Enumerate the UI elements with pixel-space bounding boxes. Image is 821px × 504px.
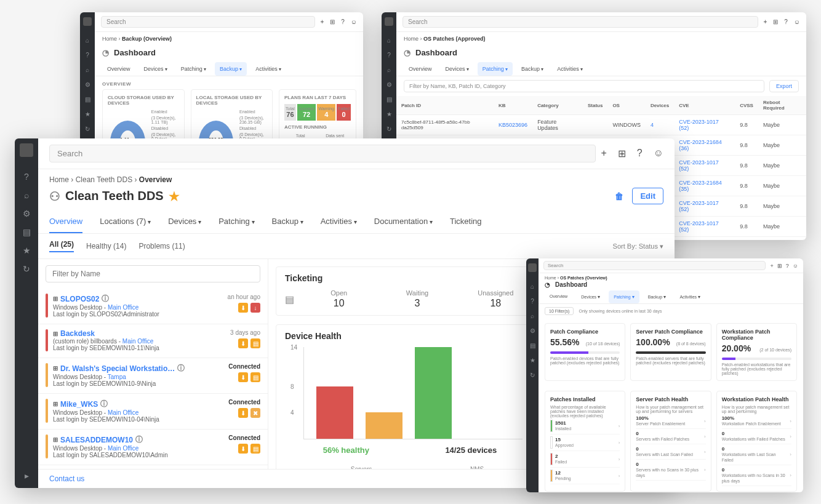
col-devices[interactable]: Devices xyxy=(646,96,674,115)
col-category[interactable]: Category xyxy=(532,96,583,115)
bc-home[interactable]: Home xyxy=(102,36,117,42)
add-icon[interactable]: + xyxy=(763,18,767,25)
tab-activities[interactable]: Activities xyxy=(552,62,588,76)
tab-backup[interactable]: Backup xyxy=(643,290,671,303)
col-reboot-required[interactable]: Reboot Required xyxy=(758,96,806,115)
help-icon[interactable]: ? xyxy=(786,263,789,269)
sidebar-star-icon[interactable]: ★ xyxy=(20,244,33,257)
tab-patching[interactable]: Patching xyxy=(478,62,513,76)
sidebar-expand-icon[interactable]: ▸ xyxy=(20,470,33,482)
search-input[interactable]: Search xyxy=(49,145,596,162)
user-icon[interactable]: ☺ xyxy=(654,148,663,159)
grid-icon[interactable]: ⊞ xyxy=(777,263,782,269)
add-icon[interactable]: + xyxy=(601,148,606,159)
sidebar-doc-icon[interactable]: ▤ xyxy=(83,95,92,103)
device-item[interactable]: ⊞ Mike_WKS ⓘWindows Desktop - Main Offic… xyxy=(38,394,268,430)
export-button[interactable]: Export xyxy=(769,80,799,92)
col-patch-id[interactable]: Patch ID xyxy=(396,96,494,115)
help-icon[interactable]: ? xyxy=(637,148,643,159)
tab-overview[interactable]: Overview xyxy=(49,210,82,233)
user-icon[interactable]: ☺ xyxy=(351,18,357,25)
sidebar-settings-icon[interactable]: ⚙ xyxy=(83,80,92,89)
filter-healthy[interactable]: Healthy (14) xyxy=(86,242,126,250)
bc-home[interactable]: Home xyxy=(545,276,556,280)
tab-overview[interactable]: Overview xyxy=(545,290,572,303)
filter-all[interactable]: All (25) xyxy=(49,240,74,252)
patch-filter-input[interactable]: Filter by Name, KB, Patch ID, Category xyxy=(404,80,764,92)
sidebar-star-icon[interactable]: ★ xyxy=(83,110,92,118)
tab-backup[interactable]: Backup xyxy=(272,210,303,233)
sidebar-history-icon[interactable]: ↻ xyxy=(528,370,537,379)
sidebar-search-icon[interactable]: ⌕ xyxy=(385,65,393,74)
sidebar-doc-icon[interactable]: ▤ xyxy=(385,95,393,103)
tab-devices[interactable]: Devices xyxy=(139,62,172,76)
sidebar-search-icon[interactable]: ⌕ xyxy=(20,189,33,201)
tab-documentation[interactable]: Documentation xyxy=(374,210,433,233)
sidebar-history-icon[interactable]: ↻ xyxy=(385,124,393,133)
device-item[interactable]: Andrea_LPTP ⓘMac Desktop - Main OfficeLa… xyxy=(38,465,268,469)
sidebar-doc-icon[interactable]: ▤ xyxy=(528,341,537,350)
sidebar-help-icon[interactable]: ? xyxy=(20,170,33,183)
tab-overview[interactable]: Overview xyxy=(404,62,437,76)
delete-button[interactable]: 🗑 xyxy=(615,191,623,201)
sidebar-settings-icon[interactable]: ⚙ xyxy=(20,207,33,220)
tab-activities[interactable]: Activities xyxy=(321,210,357,233)
col-kb[interactable]: KB xyxy=(494,96,532,115)
sidebar-home-icon[interactable]: ⌂ xyxy=(385,36,393,44)
device-item[interactable]: ⊞ Dr. Walsh's Special Workstatio… ⓘWindo… xyxy=(38,358,268,394)
help-icon[interactable]: ? xyxy=(784,18,788,25)
col-status[interactable]: Status xyxy=(583,96,607,115)
bc-home[interactable]: Home xyxy=(404,36,419,42)
tab-ticketing[interactable]: Ticketing xyxy=(450,210,482,233)
sidebar-settings-icon[interactable]: ⚙ xyxy=(528,326,537,335)
sidebar-search-icon[interactable]: ⌕ xyxy=(528,311,537,320)
device-item[interactable]: ⊞ SLOPOS02 ⓘWindows Desktop - Main Offic… xyxy=(38,289,268,324)
device-item[interactable]: ⊞ SALESADDEMOW10 ⓘWindows Desktop - Main… xyxy=(38,430,268,465)
add-icon[interactable]: + xyxy=(771,263,774,269)
tab-backup[interactable]: Backup xyxy=(215,62,247,76)
bc-home[interactable]: Home xyxy=(49,175,69,184)
col-cve[interactable]: CVE xyxy=(674,96,735,115)
sort-value[interactable]: Status xyxy=(639,242,658,250)
tab-patching[interactable]: Patching xyxy=(218,210,254,233)
sidebar-help-icon[interactable]: ? xyxy=(83,50,92,59)
table-row[interactable]: 7c5c8bef-8711-48f5-a58c-47bb da25d509KB5… xyxy=(396,115,806,135)
sidebar-help-icon[interactable]: ? xyxy=(385,50,393,59)
filter-problems[interactable]: Problems (11) xyxy=(138,242,185,250)
sidebar-doc-icon[interactable]: ▤ xyxy=(20,226,33,238)
tab-devices[interactable]: Devices xyxy=(441,62,474,76)
col-cvss[interactable]: CVSS xyxy=(735,96,758,115)
sidebar-star-icon[interactable]: ★ xyxy=(528,356,537,364)
device-filter-input[interactable] xyxy=(46,265,260,282)
tab-devices[interactable]: Devices xyxy=(576,290,605,303)
sidebar-history-icon[interactable]: ↻ xyxy=(20,263,33,275)
search-input[interactable]: Search xyxy=(101,16,315,28)
tab-activities[interactable]: Activities xyxy=(250,62,286,76)
tab-backup[interactable]: Backup xyxy=(516,62,548,76)
sidebar-star-icon[interactable]: ★ xyxy=(385,110,393,118)
device-item[interactable]: ⊞ Backdesk(custom role) billboards - Mai… xyxy=(38,324,268,358)
sidebar-home-icon[interactable]: ⌂ xyxy=(528,282,537,290)
search-input[interactable]: Search xyxy=(543,261,766,270)
grid-icon[interactable]: ⊞ xyxy=(618,148,626,159)
sidebar-help-icon[interactable]: ? xyxy=(528,297,537,305)
col-os[interactable]: OS xyxy=(607,96,646,115)
tab-patching[interactable]: Patching xyxy=(176,62,211,76)
sidebar-home-icon[interactable]: ⌂ xyxy=(83,36,92,44)
user-icon[interactable]: ☺ xyxy=(793,263,798,269)
search-input[interactable]: Search xyxy=(402,16,758,28)
favorite-star-icon[interactable]: ★ xyxy=(169,189,180,204)
bc-org[interactable]: Clean Teeth DDS xyxy=(76,175,133,184)
sidebar-settings-icon[interactable]: ⚙ xyxy=(385,80,393,89)
user-icon[interactable]: ☺ xyxy=(794,18,800,25)
sidebar-history-icon[interactable]: ↻ xyxy=(83,124,92,133)
edit-button[interactable]: Edit xyxy=(632,188,663,204)
tab-patching[interactable]: Patching xyxy=(609,290,639,303)
add-icon[interactable]: + xyxy=(320,18,324,25)
tab-locations[interactable]: Locations (7) xyxy=(100,210,151,233)
grid-icon[interactable]: ⊞ xyxy=(330,18,335,25)
grid-icon[interactable]: ⊞ xyxy=(773,18,778,25)
help-icon[interactable]: ? xyxy=(341,18,345,25)
sidebar-search-icon[interactable]: ⌕ xyxy=(83,65,92,74)
tab-overview[interactable]: Overview xyxy=(102,62,135,76)
